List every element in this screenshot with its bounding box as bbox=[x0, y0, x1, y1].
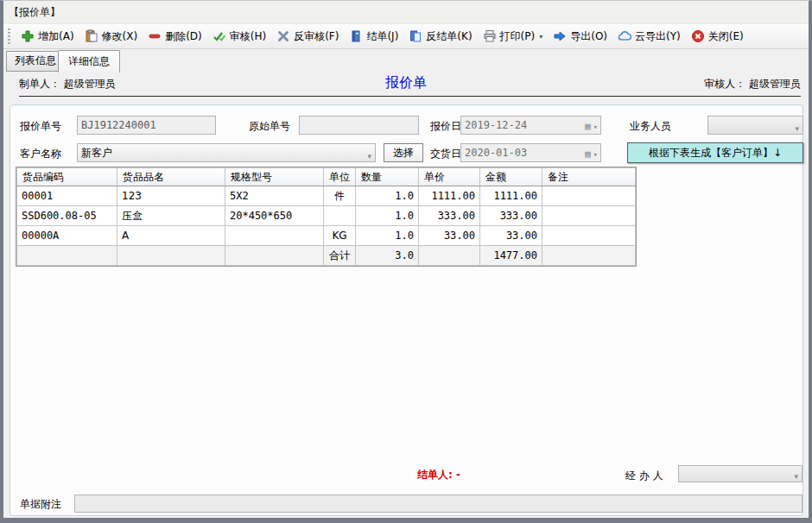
cell-spec[interactable] bbox=[225, 226, 324, 246]
salesperson-label: 业务人员 bbox=[630, 119, 671, 134]
customer-select[interactable]: 新客户 ▾ bbox=[77, 143, 376, 162]
modify-button-label: 修改(X) bbox=[102, 29, 138, 44]
audit-button-label: 审核(H) bbox=[230, 29, 266, 44]
total-row: 合计 3.0 1477.00 bbox=[17, 246, 636, 266]
customer-value: 新客户 bbox=[81, 147, 112, 159]
total-amount: 1477.00 bbox=[480, 246, 542, 266]
add-button-label: 增加(A) bbox=[38, 29, 74, 44]
orig-no-input[interactable] bbox=[299, 116, 419, 135]
cell-amount[interactable]: 1111.00 bbox=[480, 186, 542, 206]
cell-qty[interactable]: 1.0 bbox=[356, 206, 419, 226]
orig-no-label: 原始单号 bbox=[249, 119, 290, 134]
cell-qty[interactable]: 1.0 bbox=[356, 226, 419, 246]
delivery-date-value: 2020-01-03 bbox=[465, 147, 527, 159]
settle-button-label: 结单(J) bbox=[366, 29, 398, 44]
generate-order-button[interactable]: 根据下表生成【客户订单】↓ bbox=[627, 142, 803, 163]
tab-detail-info[interactable]: 详细信息 bbox=[58, 50, 120, 72]
table-row: SSD600.08-05 压盒 20*450*650 1.0 333.00 33… bbox=[17, 206, 636, 226]
calendar-icon[interactable]: ▦ bbox=[585, 120, 591, 134]
cell-code[interactable]: SSD600.08-05 bbox=[17, 206, 117, 226]
unaudit-button[interactable]: 反审核(F) bbox=[271, 27, 344, 47]
cell-spec bbox=[225, 246, 324, 266]
cloud-export-button[interactable]: 云导出(Y) bbox=[612, 27, 686, 47]
cell-name[interactable]: 123 bbox=[117, 186, 225, 206]
chevron-down-icon[interactable]: ▾ bbox=[593, 146, 598, 163]
export-button[interactable]: 导出(O) bbox=[548, 27, 612, 47]
calendar-icon[interactable]: ▦ bbox=[585, 148, 591, 161]
column-header-unit[interactable]: 单位 bbox=[324, 168, 356, 186]
table-row: 00000A A KG 1.0 33.00 33.00 bbox=[17, 226, 636, 246]
cell-price[interactable]: 33.00 bbox=[419, 226, 480, 246]
audit-button[interactable]: 审核(H) bbox=[207, 27, 271, 47]
add-button[interactable]: 增加(A) bbox=[16, 27, 79, 47]
column-header-qty[interactable]: 数量 bbox=[356, 168, 419, 186]
cell-note[interactable] bbox=[542, 226, 636, 246]
cell-name[interactable]: 压盒 bbox=[117, 206, 225, 226]
cell-spec[interactable]: 5X2 bbox=[225, 186, 324, 206]
cell-code[interactable]: 00000A bbox=[17, 226, 117, 246]
note-input[interactable] bbox=[74, 495, 802, 513]
total-note bbox=[542, 246, 636, 266]
cell-qty[interactable]: 1.0 bbox=[356, 186, 419, 206]
close-button[interactable]: 关闭(E) bbox=[686, 27, 749, 47]
chevron-down-icon: ▾ bbox=[795, 120, 799, 135]
total-qty: 3.0 bbox=[356, 246, 419, 266]
product-table: 货品编码 货品品名 规格型号 单位 数量 单价 金额 备注 00001 123 bbox=[16, 167, 637, 267]
toolbar-grip[interactable] bbox=[8, 28, 10, 44]
customer-label: 客户名称 bbox=[20, 147, 61, 161]
modify-button[interactable]: 修改(X) bbox=[79, 27, 143, 47]
cell-code[interactable]: 00001 bbox=[17, 186, 117, 206]
audit-icon bbox=[213, 29, 226, 43]
add-icon bbox=[21, 29, 35, 43]
salesperson-select[interactable]: ▾ bbox=[707, 116, 803, 135]
delivery-date-input[interactable]: 2020-01-03 ▦ ▾ bbox=[460, 143, 601, 162]
column-header-code[interactable]: 货品编码 bbox=[17, 168, 117, 186]
column-header-amount[interactable]: 金额 bbox=[480, 168, 542, 186]
toolbar: 增加(A) 修改(X) 删除(D) 审核(H) 反审核(F) 结单(J) 反结单… bbox=[3, 23, 809, 49]
cell-price[interactable]: 333.00 bbox=[419, 206, 480, 226]
print-button[interactable]: 打印(P) ▾ bbox=[478, 27, 549, 47]
settle-button[interactable]: 结单(J) bbox=[344, 27, 403, 47]
close-button-label: 关闭(E) bbox=[708, 29, 744, 44]
cell-note[interactable] bbox=[542, 206, 636, 226]
cell-unit[interactable]: KG bbox=[324, 226, 356, 246]
table-header-row: 货品编码 货品品名 规格型号 单位 数量 单价 金额 备注 bbox=[17, 168, 636, 186]
cell-unit[interactable]: 件 bbox=[324, 186, 356, 206]
cell-name bbox=[117, 246, 225, 266]
handler-select[interactable]: ▾ bbox=[678, 465, 802, 482]
quote-no-input[interactable]: BJ1912240001 bbox=[77, 116, 216, 135]
tab-list-info[interactable]: 列表信息 bbox=[6, 51, 65, 72]
column-header-spec[interactable]: 规格型号 bbox=[225, 168, 324, 186]
cell-amount[interactable]: 33.00 bbox=[480, 226, 542, 246]
unsettle-button-label: 反结单(K) bbox=[426, 29, 472, 44]
settler-text: 结单人: - bbox=[417, 468, 460, 482]
print-dropdown-arrow-icon[interactable]: ▾ bbox=[539, 33, 542, 41]
cell-name[interactable]: A bbox=[117, 226, 225, 246]
cell-note[interactable] bbox=[542, 186, 636, 206]
column-header-name[interactable]: 货品品名 bbox=[117, 168, 225, 186]
cell-unit[interactable] bbox=[324, 206, 356, 226]
total-price bbox=[419, 246, 480, 266]
chevron-down-icon: ▾ bbox=[794, 469, 798, 482]
print-button-label: 打印(P) bbox=[500, 29, 536, 44]
quotation-window: 【报价单】 增加(A) 修改(X) 删除(D) 审核(H) 反审核(F) 结单(… bbox=[0, 0, 812, 523]
cell-spec[interactable]: 20*450*650 bbox=[225, 206, 324, 226]
select-customer-button[interactable]: 选择 bbox=[384, 143, 423, 162]
print-icon bbox=[483, 29, 497, 43]
cell-price[interactable]: 1111.00 bbox=[419, 186, 480, 206]
chevron-down-icon[interactable]: ▾ bbox=[593, 118, 598, 135]
column-header-note[interactable]: 备注 bbox=[542, 168, 636, 186]
cell-amount[interactable]: 333.00 bbox=[480, 206, 542, 226]
total-label: 合计 bbox=[324, 246, 356, 266]
detail-panel: 报价单号 BJ1912240001 原始单号 报价日期 2019-12-24 ▦… bbox=[10, 104, 803, 516]
unsettle-button[interactable]: 反结单(K) bbox=[403, 27, 477, 47]
delete-button[interactable]: 删除(D) bbox=[143, 27, 207, 47]
column-header-price[interactable]: 单价 bbox=[419, 168, 480, 186]
settle-icon bbox=[349, 29, 363, 43]
handler-label: 经 办 人 bbox=[625, 469, 663, 483]
export-icon bbox=[553, 29, 567, 43]
quote-date-input[interactable]: 2019-12-24 ▦ ▾ bbox=[460, 116, 601, 135]
header-divider bbox=[19, 96, 801, 97]
window-title: 【报价单】 bbox=[3, 1, 809, 23]
unaudit-icon bbox=[276, 29, 290, 43]
